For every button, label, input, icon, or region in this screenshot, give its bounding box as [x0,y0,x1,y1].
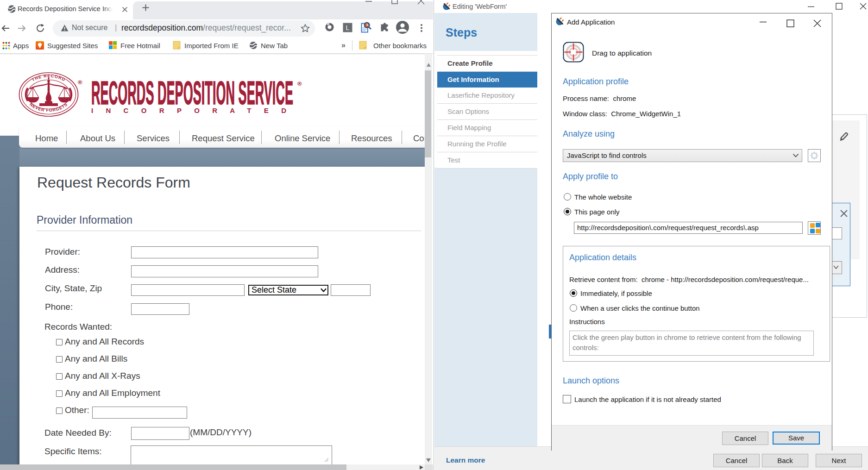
svg-text:®: ® [297,80,302,87]
svg-text:RECORDS DEPOSITION SERVICE: RECORDS DEPOSITION SERVICE [91,76,293,111]
svg-text:L: L [346,24,350,31]
